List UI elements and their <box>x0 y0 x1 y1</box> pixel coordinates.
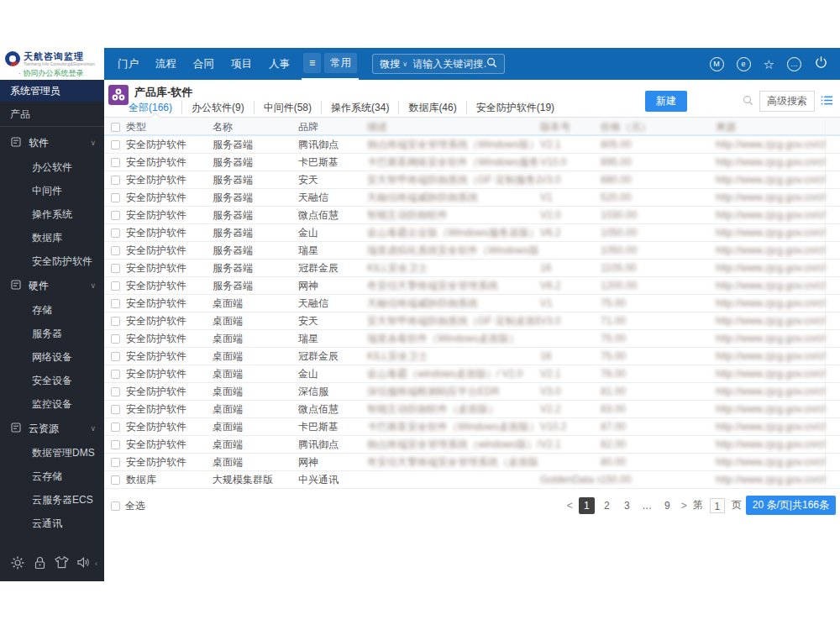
collapse-caret-icon[interactable]: ‹ <box>95 559 97 568</box>
row-checkbox[interactable] <box>111 211 120 220</box>
select-all-header-checkbox[interactable] <box>111 123 120 132</box>
lock-icon[interactable] <box>29 556 50 572</box>
table-row[interactable]: 安全防护软件服务器端瑞星瑞星虚拟化系统安全软件（Windows版）1050.00… <box>104 242 840 260</box>
row-checkbox[interactable] <box>111 405 120 414</box>
table-row[interactable]: 安全防护软件服务器端微点佰慧智能主动防御软件V2.01030.00http://… <box>104 207 840 224</box>
sidebar-item-存储[interactable]: 存储 <box>0 298 104 322</box>
table-row[interactable]: 安全防护软件桌面端安天安天智甲终端防御系统（GF·定制桌面版）V3.071.00… <box>104 312 840 330</box>
table-row[interactable]: 安全防护软件服务器端安天安天智甲终端防御系统（GF·定制服务器版）V3.0880… <box>104 171 840 189</box>
table-row[interactable]: 安全防护软件桌面端腾讯御点御点终端安全管理系统（windows版）/ V2.1V… <box>104 436 840 454</box>
search-icon[interactable] <box>486 57 497 71</box>
chevron-down-icon[interactable]: ∨ <box>402 60 407 68</box>
nav-item-2[interactable]: 流程 <box>155 57 176 71</box>
tab-2[interactable]: 办公软件(9) <box>181 101 254 114</box>
row-checkbox[interactable] <box>111 246 120 255</box>
row-checkbox[interactable] <box>111 317 120 326</box>
row-checkbox[interactable] <box>111 158 120 167</box>
table-row[interactable]: 安全防护软件服务器端金山金山毒霸企业版（Windows服务器版）V6.21050… <box>104 224 840 242</box>
row-checkbox[interactable] <box>111 299 120 308</box>
global-search-input[interactable] <box>412 58 486 70</box>
advanced-search-button[interactable]: 高级搜索 <box>759 91 815 112</box>
table-row[interactable]: 数据库大规模集群版中兴通讯GoldenData s…150.00http://w… <box>104 471 840 489</box>
page-button-2[interactable]: 2 <box>599 497 615 514</box>
sidebar-item-数据库[interactable]: 数据库 <box>0 226 104 249</box>
table-row[interactable]: 安全防护软件服务器端网神奇安信天擎终端安全管理系统V6.21200.00http… <box>104 277 840 295</box>
row-checkbox[interactable] <box>111 176 120 185</box>
message-icon[interactable]: e <box>737 57 751 71</box>
page-size-button[interactable]: 20 条/页|共166条 <box>746 496 836 515</box>
list-view-icon[interactable] <box>821 95 833 108</box>
sidebar-item-云服务器ECS[interactable]: 云服务器ECS <box>0 488 104 512</box>
table-row[interactable]: 安全防护软件桌面端冠群金辰KILL安全卫士1675.00http://www.z… <box>104 348 840 365</box>
sidebar-item-数据管理DMS[interactable]: 数据管理DMS <box>0 441 104 465</box>
tab-3[interactable]: 中间件(58) <box>254 101 321 114</box>
row-checkbox[interactable] <box>111 458 120 467</box>
product-search-input[interactable] <box>693 96 737 108</box>
row-checkbox[interactable] <box>111 228 120 238</box>
theme-icon[interactable] <box>51 556 73 571</box>
search-icon[interactable] <box>743 95 753 108</box>
tab-1[interactable]: 全部(166) <box>129 101 181 114</box>
table-row[interactable]: 安全防护软件桌面端瑞星瑞星杀毒软件（Windows桌面版）75.00http:/… <box>104 330 840 348</box>
new-button[interactable]: 新建 <box>645 91 687 112</box>
favorites-icon[interactable]: ☆ <box>764 57 774 71</box>
page-button-3[interactable]: 3 <box>619 497 635 514</box>
page-button-…[interactable]: … <box>639 497 655 514</box>
sidebar-item-云存储[interactable]: 云存储 <box>0 465 104 488</box>
more-icon[interactable]: … <box>787 57 801 71</box>
row-checkbox[interactable] <box>111 140 120 150</box>
menu-group-3[interactable]: 云资源∨ <box>0 416 104 441</box>
power-icon[interactable] <box>814 55 828 72</box>
sidebar-item-办公软件[interactable]: 办公软件 <box>0 155 104 179</box>
sidebar-item-安全防护软件[interactable]: 安全防护软件 <box>0 249 104 273</box>
chevron-down-icon[interactable]: ∨ <box>90 281 96 290</box>
nav-item-4[interactable]: 项目 <box>231 57 252 71</box>
sidebar-item-操作系统[interactable]: 操作系统 <box>0 202 104 226</box>
volume-icon[interactable] <box>73 556 95 571</box>
nav-item-3[interactable]: 合同 <box>193 57 214 71</box>
menu-group-1[interactable]: 软件∨ <box>0 130 104 155</box>
m-app-icon[interactable]: M <box>710 57 724 71</box>
page-button-9[interactable]: 9 <box>659 497 675 514</box>
row-checkbox[interactable] <box>111 193 120 202</box>
tab-5[interactable]: 数据库(46) <box>398 101 465 114</box>
sidebar-item-服务器[interactable]: 服务器 <box>0 322 104 345</box>
chevron-down-icon[interactable]: ∨ <box>90 424 96 433</box>
select-all-checkbox[interactable] <box>111 501 120 511</box>
sidebar-item-监控设备[interactable]: 监控设备 <box>0 392 104 416</box>
row-checkbox[interactable] <box>111 387 120 396</box>
row-checkbox[interactable] <box>111 370 120 379</box>
row-checkbox[interactable] <box>111 281 120 291</box>
sidebar-item-中间件[interactable]: 中间件 <box>0 179 104 202</box>
table-row[interactable]: 安全防护软件桌面端网神奇安信天擎终端安全管理系统（桌面版）80.00http:/… <box>104 454 840 471</box>
menu-group-2[interactable]: 硬件∨ <box>0 273 104 298</box>
settings-icon[interactable] <box>7 556 29 572</box>
next-page-button[interactable]: > <box>680 500 689 512</box>
row-checkbox[interactable] <box>111 423 120 432</box>
nav-menu-icon[interactable]: ≡ <box>303 53 321 73</box>
table-row[interactable]: 安全防护软件服务器端卡巴斯基卡巴斯基网络安全软件（Windows服务器版）…V1… <box>104 154 840 171</box>
page-button-1[interactable]: 1 <box>579 497 595 514</box>
table-row[interactable]: 安全防护软件桌面端金山金山毒霸（windows桌面版）/ V2.0V2.176.… <box>104 365 840 383</box>
row-checkbox[interactable] <box>111 334 120 344</box>
table-row[interactable]: 安全防护软件桌面端天融信天融信终端威胁防御系统V175.00http://www… <box>104 295 840 312</box>
sidebar-item-安全设备[interactable]: 安全设备 <box>0 369 104 392</box>
table-row[interactable]: 安全防护软件桌面端卡巴斯基卡巴斯基安全软件（Windows桌面版）·KES…V1… <box>104 418 840 436</box>
row-checkbox[interactable] <box>111 352 120 361</box>
nav-item-5[interactable]: 人事 <box>269 57 290 71</box>
tab-4[interactable]: 操作系统(34) <box>321 101 398 114</box>
search-scope-label[interactable]: 微搜 <box>380 57 400 71</box>
prev-page-button[interactable]: < <box>565 500 575 512</box>
nav-item-1[interactable]: 门户 <box>118 57 139 71</box>
oa-login-link[interactable]: · 协同办公系统登录 <box>18 68 84 79</box>
sidebar-item-网络设备[interactable]: 网络设备 <box>0 345 104 369</box>
row-checkbox[interactable] <box>111 440 120 449</box>
table-row[interactable]: 安全防护软件桌面端深信服深信服终端检测响应平台EDRV3.081.00http:… <box>104 383 840 401</box>
table-row[interactable]: 安全防护软件桌面端微点佰慧智能主动防御软件（桌面版）V2.283.00http:… <box>104 401 840 418</box>
table-row[interactable]: 安全防护软件服务器端天融信天融信终端威胁防御系统V1520.00http://w… <box>104 189 840 207</box>
sidebar-item-云通讯[interactable]: 云通讯 <box>0 512 104 535</box>
table-row[interactable]: 安全防护软件服务器端腾讯御点御点终端安全管理系统（Windows版）V2.180… <box>104 136 840 154</box>
row-checkbox[interactable] <box>111 264 120 273</box>
table-row[interactable]: 安全防护软件服务器端冠群金辰KILL安全卫士161105.00http://ww… <box>104 260 840 277</box>
jump-page-input[interactable]: 1 <box>710 498 725 513</box>
